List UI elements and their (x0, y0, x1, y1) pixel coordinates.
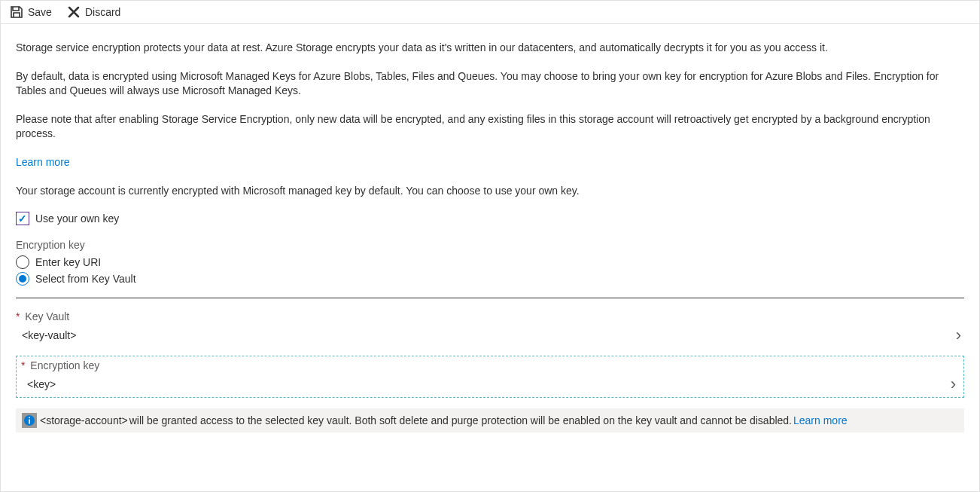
use-own-key-checkbox[interactable]: ✓ (16, 212, 29, 225)
key-vault-field-value: <key-vault> (22, 329, 76, 341)
radio-select-from-key-vault[interactable] (16, 272, 29, 286)
discard-label: Discard (85, 6, 120, 18)
info-bar: <storage-account> will be granted access… (16, 408, 964, 432)
radio-enter-key-uri-label: Enter key URI (35, 256, 101, 268)
toolbar: Save Discard (1, 1, 979, 24)
content-area: Storage service encryption protects your… (1, 24, 979, 448)
svg-rect-2 (29, 417, 30, 419)
discard-button[interactable]: Discard (67, 5, 120, 19)
info-message: will be granted access to the selected k… (129, 414, 792, 426)
encryption-settings-panel: Save Discard Storage service encryption … (0, 0, 980, 492)
use-own-key-label: Use your own key (35, 212, 119, 225)
intro-paragraph-3: Please note that after enabling Storage … (16, 112, 964, 142)
svg-rect-1 (29, 420, 30, 424)
key-vault-field-label: Key Vault (25, 310, 69, 322)
close-icon (67, 5, 81, 19)
encryption-key-field-label: Encryption key (30, 359, 99, 371)
radio-select-from-key-vault-label: Select from Key Vault (35, 273, 136, 285)
save-button[interactable]: Save (10, 5, 52, 19)
radio-enter-key-uri[interactable] (16, 255, 29, 269)
required-indicator: * (16, 310, 20, 322)
required-indicator: * (21, 359, 25, 371)
encryption-key-field[interactable]: * Encryption key <key> › (16, 356, 964, 398)
chevron-right-icon: › (956, 325, 964, 345)
save-icon (10, 5, 23, 19)
save-label: Save (28, 6, 52, 18)
intro-paragraph-1: Storage service encryption protects your… (16, 41, 964, 56)
info-storage-account: <storage-account> (40, 414, 128, 426)
checkmark-icon: ✓ (18, 212, 27, 225)
chevron-right-icon: › (951, 374, 959, 394)
encryption-key-field-value: <key> (27, 378, 56, 390)
encryption-key-section-label: Encryption key (16, 239, 964, 251)
encryption-status-text: Your storage account is currently encryp… (16, 184, 964, 199)
key-vault-field[interactable]: * Key Vault <key-vault> › (16, 310, 964, 345)
divider (16, 298, 964, 298)
info-learn-more-link[interactable]: Learn more (793, 414, 848, 426)
learn-more-link[interactable]: Learn more (16, 156, 70, 168)
info-icon (22, 413, 37, 428)
intro-paragraph-2: By default, data is encrypted using Micr… (16, 69, 964, 99)
